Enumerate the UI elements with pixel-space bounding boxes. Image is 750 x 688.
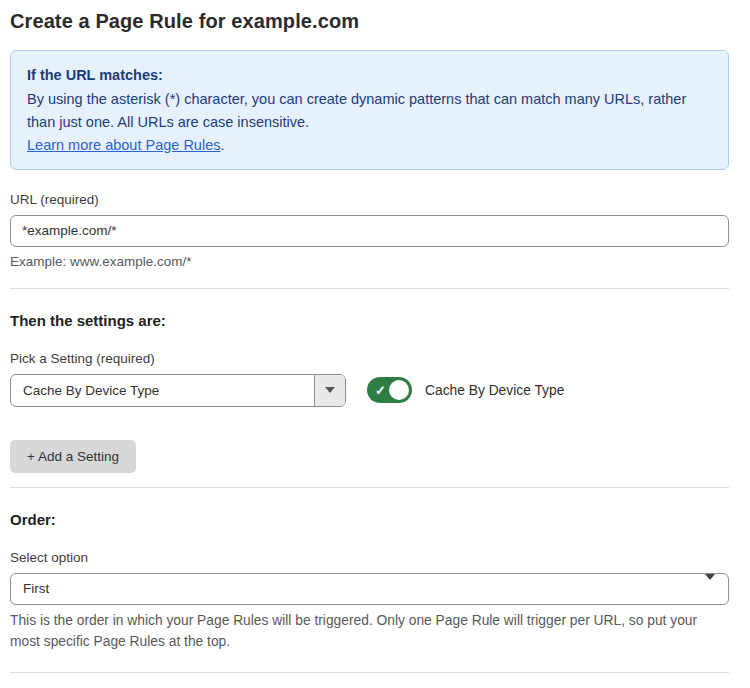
learn-more-link[interactable]: Learn more about Page Rules xyxy=(27,137,220,153)
order-select-value: First xyxy=(11,574,728,604)
info-box-body: By using the asterisk (*) character, you… xyxy=(27,88,712,134)
toggle-knob xyxy=(389,380,409,400)
chevron-down-icon xyxy=(325,387,335,393)
page-title: Create a Page Rule for example.com xyxy=(10,10,729,33)
setting-dropdown-value: Cache By Device Type xyxy=(11,375,314,406)
order-helper-text: This is the order in which your Page Rul… xyxy=(10,611,729,653)
select-option-label: Select option xyxy=(10,550,729,565)
add-setting-button[interactable]: + Add a Setting xyxy=(10,440,136,474)
toggle-label: Cache By Device Type xyxy=(425,383,564,398)
link-period: . xyxy=(220,137,224,153)
pick-setting-label: Pick a Setting (required) xyxy=(10,351,729,366)
cache-by-device-type-toggle[interactable]: ✓ xyxy=(367,377,412,403)
url-field-label: URL (required) xyxy=(10,192,729,207)
setting-dropdown-arrow-button[interactable] xyxy=(314,375,345,406)
url-match-info-box: If the URL matches: By using the asteris… xyxy=(10,50,729,170)
settings-section-heading: Then the settings are: xyxy=(10,312,729,329)
page-rule-form: Create a Page Rule for example.com If th… xyxy=(0,0,750,688)
divider xyxy=(10,672,729,673)
divider xyxy=(10,487,729,488)
url-input[interactable] xyxy=(10,215,729,247)
info-box-heading: If the URL matches: xyxy=(27,64,712,87)
setting-row: Cache By Device Type ✓ Cache By Device T… xyxy=(10,374,729,407)
order-select[interactable]: First xyxy=(10,573,729,605)
info-box-link-line: Learn more about Page Rules. xyxy=(27,134,712,157)
order-section-heading: Order: xyxy=(10,511,729,528)
url-example-helper: Example: www.example.com/* xyxy=(10,254,729,269)
chevron-down-icon xyxy=(705,580,715,598)
setting-dropdown[interactable]: Cache By Device Type xyxy=(10,374,346,407)
check-icon: ✓ xyxy=(375,384,386,397)
setting-toggle-group: ✓ Cache By Device Type xyxy=(367,377,564,403)
divider xyxy=(10,288,729,289)
